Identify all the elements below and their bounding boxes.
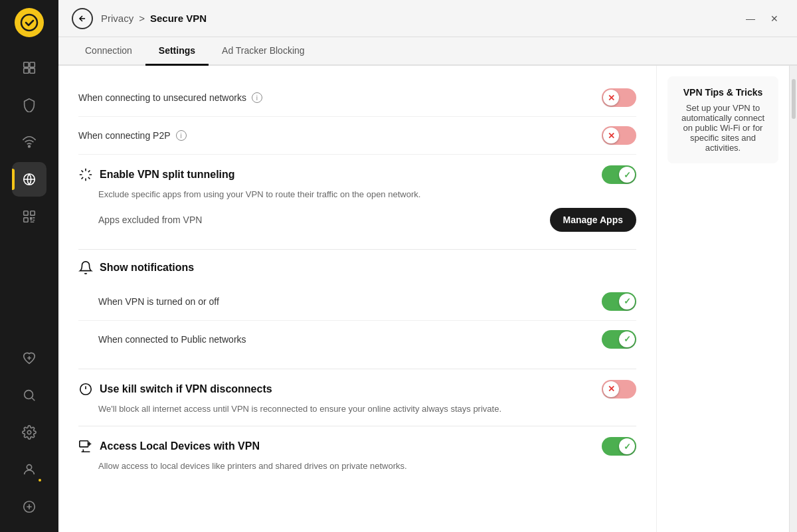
- toggle-check-icon: ✓: [624, 442, 631, 452]
- kill-switch-desc: We'll block all internet access until VP…: [98, 402, 636, 416]
- breadcrumb: Privacy > Secure VPN: [101, 13, 207, 24]
- p2p-row: When connecting P2P i ✕: [78, 117, 636, 155]
- public-network-toggle[interactable]: ✓: [602, 330, 636, 349]
- app-logo: [15, 8, 44, 37]
- breadcrumb-separator: >: [139, 13, 145, 24]
- kill-switch-toggle[interactable]: ✕: [602, 380, 636, 399]
- svg-rect-1: [24, 62, 29, 67]
- titlebar: Privacy > Secure VPN — ✕: [58, 0, 797, 37]
- vpn-toggle-label: When VPN is turned on or off: [98, 296, 219, 307]
- kill-switch-section: Use kill switch if VPN disconnects ✕ We'…: [78, 369, 636, 427]
- titlebar-left: Privacy > Secure VPN: [72, 8, 207, 29]
- tabs-bar: Connection Settings Ad Tracker Blocking: [58, 37, 797, 66]
- minimize-button[interactable]: —: [741, 9, 760, 28]
- toggle-cross-icon: ✕: [608, 131, 615, 141]
- notifications-title: Show notifications: [100, 262, 194, 274]
- svg-rect-8: [31, 211, 35, 215]
- public-network-label: When connected to Public networks: [98, 334, 246, 345]
- manage-apps-button[interactable]: Manage Apps: [550, 208, 637, 232]
- svg-point-0: [21, 15, 37, 31]
- content-area: When connecting to unsecured networks i …: [58, 66, 797, 532]
- unsecured-toggle[interactable]: ✕: [602, 88, 636, 107]
- tips-description: Set up your VPN to automatically connect…: [678, 103, 768, 153]
- split-tunneling-title: Enable VPN split tunneling: [100, 169, 235, 181]
- p2p-toggle[interactable]: ✕: [602, 126, 636, 145]
- svg-point-12: [27, 465, 31, 470]
- svg-rect-4: [30, 68, 35, 73]
- titlebar-controls: — ✕: [741, 9, 784, 28]
- tips-box: VPN Tips & Tricks Set up your VPN to aut…: [667, 76, 778, 163]
- back-button[interactable]: [72, 8, 93, 29]
- breadcrumb-current: Secure VPN: [150, 13, 207, 24]
- sidebar-item-shield[interactable]: [12, 88, 46, 122]
- unsecured-info-icon[interactable]: i: [252, 92, 262, 103]
- apps-excluded-row: Apps excluded from VPN Manage Apps: [78, 201, 636, 238]
- split-tunneling-icon: [78, 167, 93, 182]
- vpn-toggle-toggle[interactable]: ✓: [602, 292, 636, 311]
- tab-settings[interactable]: Settings: [145, 37, 209, 66]
- sidebar-item-settings[interactable]: [12, 415, 46, 450]
- split-tunneling-desc: Exclude specific apps from using your VP…: [98, 188, 636, 201]
- toggle-cross-icon: ✕: [608, 384, 615, 394]
- tips-title: VPN Tips & Tricks: [678, 87, 768, 98]
- sidebar-item-search[interactable]: [12, 378, 46, 412]
- svg-rect-2: [30, 62, 35, 67]
- settings-content: When connecting to unsecured networks i …: [58, 66, 656, 532]
- toggle-check-icon: ✓: [624, 170, 631, 180]
- breadcrumb-parent: Privacy: [101, 13, 133, 24]
- notifications-icon: [78, 260, 93, 275]
- svg-rect-15: [80, 441, 88, 447]
- tips-panel: VPN Tips & Tricks Set up your VPN to aut…: [656, 66, 789, 532]
- main-window: Privacy > Secure VPN — ✕ Connection Sett…: [58, 0, 797, 532]
- svg-point-10: [25, 391, 33, 399]
- sidebar-item-home[interactable]: [12, 50, 46, 85]
- svg-rect-9: [24, 218, 28, 222]
- svg-rect-3: [24, 68, 29, 73]
- p2p-label: When connecting P2P: [78, 130, 171, 141]
- split-tunneling-section: Enable VPN split tunneling ✓ Exclude spe…: [78, 155, 636, 250]
- apps-excluded-label: Apps excluded from VPN: [98, 215, 202, 225]
- toggle-cross-icon: ✕: [608, 93, 615, 103]
- sidebar: [0, 0, 58, 532]
- svg-point-11: [27, 430, 31, 434]
- notifications-section: Show notifications When VPN is turned on…: [78, 250, 636, 369]
- tab-connection[interactable]: Connection: [72, 37, 145, 66]
- local-devices-desc: Allow access to local devices like print…: [98, 460, 636, 473]
- sidebar-item-vpn[interactable]: [12, 162, 46, 197]
- svg-point-5: [29, 145, 31, 147]
- tab-ad-tracker-blocking[interactable]: Ad Tracker Blocking: [209, 37, 318, 66]
- kill-switch-icon: [78, 382, 93, 397]
- split-tunneling-toggle[interactable]: ✓: [602, 165, 636, 184]
- local-devices-icon: [78, 439, 93, 454]
- sidebar-item-health[interactable]: [12, 341, 46, 375]
- sidebar-item-scan[interactable]: [12, 199, 46, 234]
- local-devices-title: Access Local Devices with VPN: [100, 440, 260, 452]
- p2p-info-icon[interactable]: i: [176, 130, 187, 141]
- close-button[interactable]: ✕: [765, 9, 784, 28]
- local-devices-toggle[interactable]: ✓: [602, 437, 636, 456]
- sidebar-item-wifi[interactable]: [12, 125, 46, 159]
- scrollbar-thumb[interactable]: [792, 79, 796, 119]
- unsecured-label: When connecting to unsecured networks: [78, 92, 246, 103]
- public-network-row: When connected to Public networks ✓: [78, 321, 636, 358]
- sidebar-item-chat[interactable]: [12, 489, 46, 524]
- toggle-check-icon: ✓: [624, 334, 631, 344]
- sidebar-item-profile[interactable]: [12, 452, 46, 487]
- unsecured-networks-row: When connecting to unsecured networks i …: [78, 79, 636, 117]
- scrollbar[interactable]: [789, 66, 797, 532]
- local-devices-section: Access Local Devices with VPN ✓ Allow ac…: [78, 426, 636, 484]
- kill-switch-title: Use kill switch if VPN disconnects: [100, 383, 272, 395]
- svg-rect-7: [24, 211, 28, 215]
- vpn-toggle-row: When VPN is turned on or off ✓: [78, 283, 636, 321]
- toggle-check-icon: ✓: [624, 296, 631, 306]
